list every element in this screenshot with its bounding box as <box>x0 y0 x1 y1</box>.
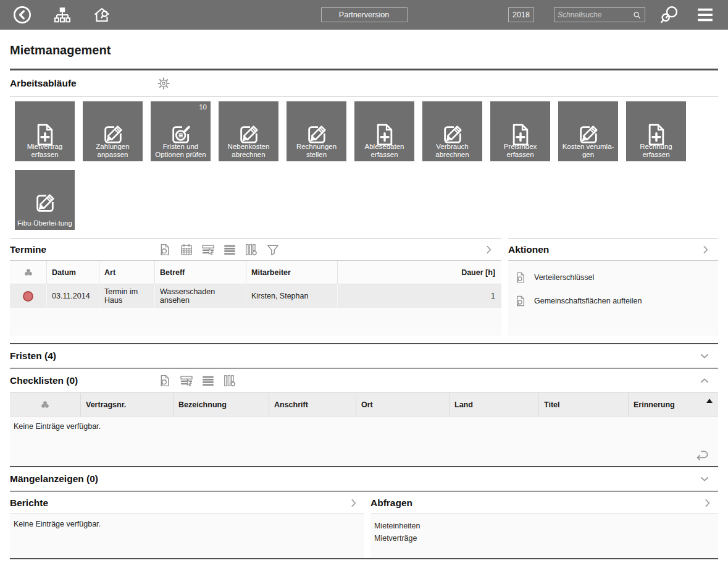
quick-search-box[interactable] <box>554 7 645 22</box>
menu-icon <box>693 6 717 24</box>
chevron-right-icon <box>702 497 713 509</box>
advanced-search-button[interactable] <box>659 4 680 25</box>
tile-zahlungen-anpassen[interactable]: Zahlungen anpassen <box>83 101 143 161</box>
tile-kosten-verumlagen[interactable]: Kosten verumla-gen <box>558 101 618 161</box>
rows-cursor-icon <box>180 374 193 387</box>
preview-button[interactable] <box>158 243 172 256</box>
abfragen-open-button[interactable] <box>702 497 713 509</box>
column-header-dauer[interactable]: Dauer [h] <box>337 261 501 284</box>
menu-button[interactable] <box>693 6 717 24</box>
empty-text: Keine Einträge verfügbar. <box>14 520 101 528</box>
section-workflows: Arbeitsabläufe Mietvertrag erfassen Zahl… <box>10 70 718 238</box>
abfrage-mieteinheiten[interactable]: Mieteinheiten <box>374 520 420 532</box>
column-settings-button[interactable] <box>223 374 236 387</box>
tile-verbrauch-abrechnen[interactable]: Verbrauch abrechnen <box>422 101 482 161</box>
column-header-betreff[interactable]: Betreff <box>154 261 246 284</box>
termine-toolbar <box>158 243 280 256</box>
rows-cursor-icon <box>201 243 215 256</box>
workflows-title: Arbeitsabläufe <box>10 78 77 89</box>
workflow-tiles: Mietvertrag erfassen Zahlungen anpassen … <box>10 97 718 238</box>
tile-rechnung-erfassen[interactable]: Rechnung erfassen <box>626 101 686 161</box>
house-search-icon <box>93 6 111 24</box>
back-button[interactable] <box>12 5 32 25</box>
search-icon[interactable] <box>632 11 642 20</box>
column-header-vertragsnr[interactable]: Vertragsnr. <box>80 393 173 416</box>
column-header-titel[interactable]: Titel <box>538 393 628 416</box>
search-input[interactable] <box>558 11 632 19</box>
sitemap-button[interactable] <box>53 6 72 24</box>
page-title: Mietmanagement <box>10 30 718 69</box>
select-rows-button[interactable] <box>180 374 193 387</box>
cell-art: Termin im Haus <box>99 284 154 308</box>
advanced-search-icon <box>659 4 680 25</box>
cell-betreff: Wasserschaden ansehen <box>154 284 246 308</box>
tile-fristen-optionen-pruefen[interactable]: 10Fristen und Optionen prüfen <box>151 101 211 161</box>
status-dot-red <box>23 291 33 302</box>
tile-badge-count: 10 <box>199 103 207 111</box>
filter-button[interactable] <box>266 243 280 256</box>
chevron-down-icon <box>699 473 710 485</box>
status-column-header[interactable] <box>10 261 46 284</box>
edit-icon <box>15 191 75 216</box>
fristen-expand-button[interactable] <box>699 350 710 362</box>
aktionen-open-button[interactable] <box>700 244 711 255</box>
aktion-verteilerschluessel[interactable]: Verteilerschlüssel <box>508 266 718 289</box>
aktionen-title: Aktionen <box>508 244 549 255</box>
maengelanzeigen-expand-button[interactable] <box>699 473 710 485</box>
document-search-icon <box>514 271 527 284</box>
cell-dauer: 1 <box>337 284 501 308</box>
checklisten-title: Checklisten (0) <box>10 375 78 386</box>
list-view-button[interactable] <box>223 243 236 256</box>
column-header-ort[interactable]: Ort <box>356 393 449 416</box>
tile-nebenkosten-abrechnen[interactable]: Nebenkosten abrechnen <box>219 101 278 161</box>
tile-ablesedaten-erfassen[interactable]: Ablesedaten erfassen <box>354 101 414 161</box>
select-rows-button[interactable] <box>201 243 215 256</box>
aktion-gemeinschaftsflaechen[interactable]: Gemeinschaftsflächen aufteilen <box>508 289 718 313</box>
partnerversion-button[interactable]: Partnerversion <box>321 7 408 22</box>
column-header-anschrift[interactable]: Anschrift <box>269 393 356 416</box>
column-header-land[interactable]: Land <box>449 393 538 416</box>
tile-mietvertrag-erfassen[interactable]: Mietvertrag erfassen <box>15 101 75 161</box>
chevron-up-icon <box>699 375 710 386</box>
calendar-button[interactable] <box>180 243 193 256</box>
list-view-button[interactable] <box>201 374 215 387</box>
sort-ascending-icon[interactable] <box>706 399 713 403</box>
tile-preisindex-erfassen[interactable]: Preisindex erfassen <box>490 101 550 161</box>
document-search-icon <box>158 374 172 387</box>
section-berichte: Berichte Keine Einträge verfügbar. <box>10 492 364 558</box>
column-header-erinnerung[interactable]: Erinnerung <box>628 393 718 416</box>
workflows-settings-button[interactable] <box>156 76 171 91</box>
column-header-mitarbeiter[interactable]: Mitarbeiter <box>246 261 337 284</box>
preview-button[interactable] <box>158 374 172 387</box>
chevron-down-icon <box>699 350 710 362</box>
termine-open-button[interactable] <box>483 244 495 255</box>
chevron-right-icon <box>348 497 359 509</box>
tile-rechnungen-stellen[interactable]: Rechnungen stellen <box>287 101 346 161</box>
column-header-art[interactable]: Art <box>99 261 154 284</box>
section-maengelanzeigen: Mängelanzeigen (0) <box>10 467 718 491</box>
abfrage-mietvertraege[interactable]: Mietverträge <box>374 532 417 544</box>
solid-rows-icon <box>223 243 236 256</box>
section-abfragen: Abfragen Mieteinheiten Mietverträge <box>370 492 718 558</box>
berichte-empty-area: Keine Einträge verfügbar. <box>10 514 364 558</box>
year-button[interactable]: 2018 <box>508 7 534 22</box>
checklisten-table-header: Vertragsnr. Bezeichnung Anschrift Ort La… <box>10 393 718 417</box>
status-column-header[interactable] <box>10 393 80 416</box>
section-checklisten: Checklisten (0) Vertragsnr. Bezeichnung … <box>10 369 718 466</box>
home-search-button[interactable] <box>93 6 111 24</box>
termine-table-header: Datum Art Betreff Mitarbeiter Dauer [h] <box>10 261 501 284</box>
column-header-bezeichnung[interactable]: Bezeichnung <box>173 393 269 416</box>
empty-text: Keine Einträge verfügbar. <box>14 422 101 431</box>
berichte-open-button[interactable] <box>348 497 359 509</box>
checklisten-collapse-button[interactable] <box>699 375 710 386</box>
section-termine: Termine Datum Art Betreff Mitarbeiter Da… <box>10 238 501 336</box>
column-header-datum[interactable]: Datum <box>46 261 99 284</box>
reset-button[interactable] <box>694 447 710 464</box>
column-settings-button[interactable] <box>245 243 258 256</box>
termine-table-row[interactable]: 03.11.2014 Termin im Haus Wasserschaden … <box>10 284 501 308</box>
cell-datum: 03.11.2014 <box>46 284 99 308</box>
clover-icon <box>23 268 33 277</box>
fristen-title: Fristen (4) <box>10 350 56 362</box>
tile-fibu-ueberleitung[interactable]: Fibu-Überlei-tung <box>15 170 75 230</box>
document-search-icon <box>158 243 172 256</box>
